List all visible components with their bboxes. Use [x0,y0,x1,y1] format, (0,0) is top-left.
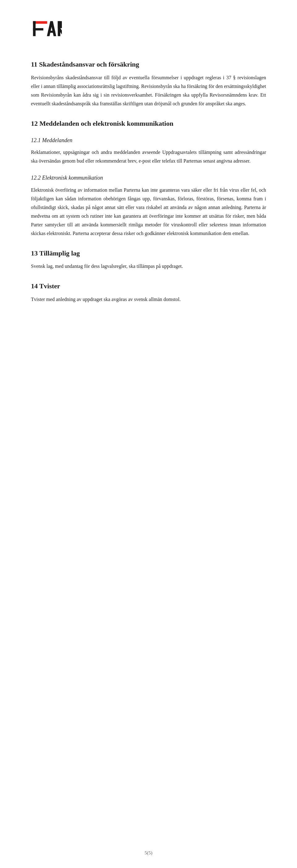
page-container: 11 Skadeståndsansvar och försäkring Revi… [0,0,297,868]
section-14-heading: 14 Tvister [31,282,266,291]
section-14-paragraph-1: Tvister med anledning av uppdraget ska a… [31,295,266,304]
section-12-2-heading: 12.2 Elektronisk kommunikation [31,174,266,182]
page-indicator: 5(5) [145,850,153,855]
section-13-paragraph-1: Svensk lag, med undantag för dess lagval… [31,262,266,271]
svg-rect-2 [33,28,43,30]
section-12-heading: 12 Meddelanden och elektronisk kommunika… [31,119,266,128]
section-11-heading: 11 Skadeståndsansvar och försäkring [31,60,266,69]
section-11-paragraph-1: Revisionsbyråns skadeståndsansvar till f… [31,73,266,108]
content-area: 11 Skadeståndsansvar och försäkring Revi… [31,60,266,304]
logo-container [31,19,266,41]
section-12-1-heading: 12.1 Meddelanden [31,136,266,144]
section-13-heading: 13 Tillämplig lag [31,249,266,258]
section-12-1-paragraph-1: Reklamationer, uppsägningar och andra me… [31,148,266,165]
page-footer: 5(5) [0,850,297,856]
far-logo [31,19,62,40]
section-12-2-paragraph-1: Elektronisk överföring av information me… [31,186,266,238]
svg-marker-3 [47,21,56,36]
svg-rect-4 [48,31,55,33]
